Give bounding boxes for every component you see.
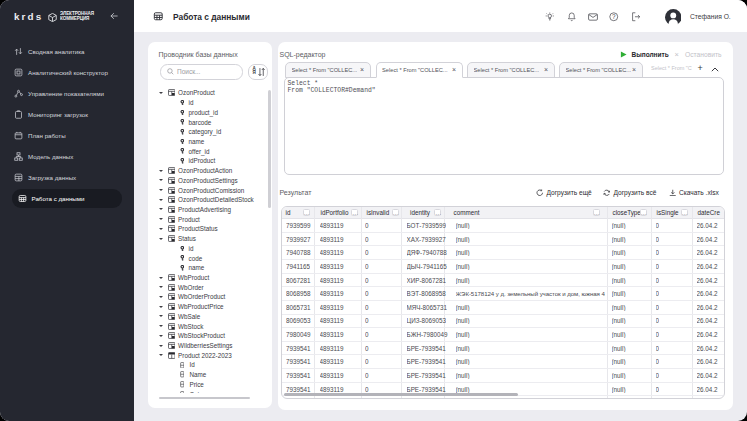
svg-text:?: ?	[612, 13, 616, 20]
